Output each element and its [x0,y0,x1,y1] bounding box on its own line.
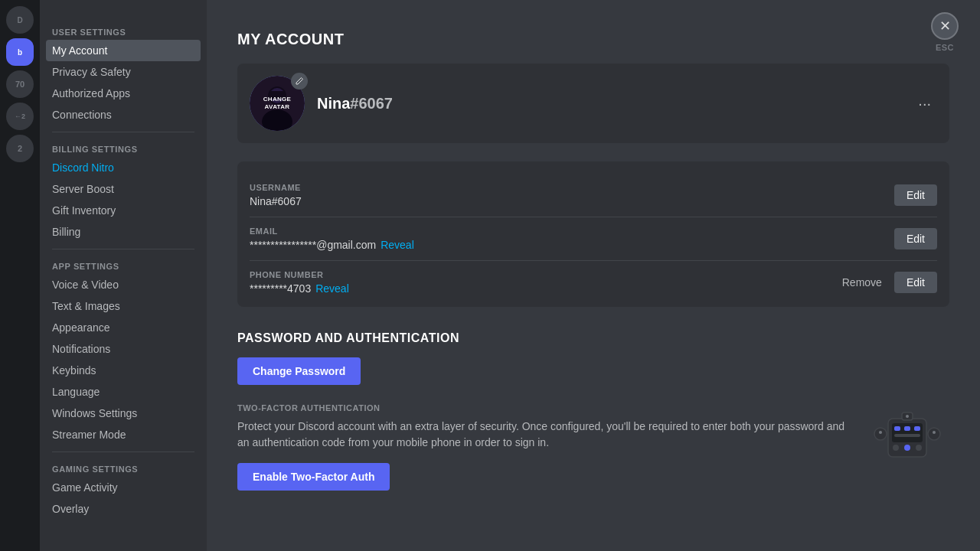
sidebar-item-label: Discord Nitro [52,161,114,174]
strip-item-4[interactable]: ←2 [6,103,34,130]
two-factor-illustration [865,403,949,465]
sidebar-item-label: Server Boost [52,183,114,195]
sidebar-item-my-account[interactable]: My Account [46,40,201,61]
edit-icon [295,77,304,86]
sidebar-item-windows-settings[interactable]: Windows Settings [46,403,201,424]
esc-label: ESC [936,43,954,52]
two-factor-text-block: TWO-FACTOR AUTHENTICATION Protect your D… [237,403,850,509]
sidebar-item-label: Appearance [52,321,110,334]
sidebar-item-server-boost[interactable]: Server Boost [46,178,201,200]
svg-point-7 [893,445,899,451]
phone-value: *********4703Reveal [250,282,349,295]
section-label-app: APP SETTINGS [46,256,201,274]
strip-item-5[interactable]: 2 [6,135,34,162]
svg-point-17 [933,431,936,434]
close-button[interactable]: ✕ [931,12,959,40]
phone-buttons: Remove Edit [836,272,937,293]
divider-1 [52,132,194,132]
svg-rect-10 [894,426,900,431]
username-label: USERNAME [250,183,302,192]
sidebar-item-streamer-mode[interactable]: Streamer Mode [46,424,201,445]
profile-more-button[interactable]: ··· [912,92,937,116]
email-masked: ****************@gmail.com [250,239,376,251]
sidebar-item-label: Streamer Mode [52,429,126,441]
phone-edit-button[interactable]: Edit [894,272,937,293]
phone-row: PHONE NUMBER *********4703Reveal Remove … [250,261,937,307]
sidebar-item-label: Authorized Apps [52,87,130,99]
sidebar-item-connections[interactable]: Connections [46,104,201,126]
phone-label: PHONE NUMBER [250,270,349,279]
svg-rect-11 [904,426,910,431]
enable-two-factor-button[interactable]: Enable Two-Factor Auth [237,463,390,491]
sidebar: USER SETTINGS My Account Privacy & Safet… [40,0,207,551]
sidebar-item-authorized-apps[interactable]: Authorized Apps [46,83,201,104]
section-label-gaming: GAMING SETTINGS [46,458,201,477]
sidebar-item-notifications[interactable]: Notifications [46,338,201,360]
sidebar-item-billing[interactable]: Billing [46,221,201,243]
sidebar-item-text-images[interactable]: Text & Images [46,295,201,317]
strip-item-3[interactable]: 70 [6,70,34,98]
sidebar-item-label: Privacy & Safety [52,66,131,78]
svg-point-19 [906,415,909,418]
avatar-edit-icon [291,73,308,90]
email-edit-button[interactable]: Edit [894,228,937,249]
username-field: USERNAME Nina#6067 [250,183,302,207]
email-field: EMAIL ****************@gmail.comReveal [250,227,414,251]
profile-username-display: Nina#6067 [317,95,900,112]
sidebar-item-appearance[interactable]: Appearance [46,317,201,338]
profile-card: CHANGEAVATAR Nina#6067 ··· [237,64,949,143]
sidebar-item-label: Connections [52,109,112,121]
sidebar-item-label: Game Activity [52,481,118,494]
sidebar-item-label: Language [52,386,100,398]
email-value: ****************@gmail.comReveal [250,239,414,251]
sidebar-item-gift-inventory[interactable]: Gift Inventory [46,200,201,221]
strip-item-1[interactable]: D [6,6,34,34]
section-label-user: USER SETTINGS [46,21,201,40]
close-button-wrapper[interactable]: ✕ ESC [931,12,959,52]
divider-2 [52,249,194,249]
sidebar-item-game-activity[interactable]: Game Activity [46,477,201,498]
sidebar-item-label: Keybinds [52,364,96,377]
password-section-title: PASSWORD AND AUTHENTICATION [237,331,949,345]
sidebar-item-label: Windows Settings [52,407,137,419]
change-password-button[interactable]: Change Password [237,357,361,385]
sidebar-item-privacy-safety[interactable]: Privacy & Safety [46,61,201,83]
username-edit-button[interactable]: Edit [894,184,937,206]
sidebar-item-label: Voice & Video [52,279,119,291]
two-factor-description: Protect your Discord account with an ext… [237,419,850,451]
two-factor-label: TWO-FACTOR AUTHENTICATION [237,403,850,412]
sidebar-item-keybinds[interactable]: Keybinds [46,360,201,381]
phone-remove-button[interactable]: Remove [836,272,888,293]
email-buttons: Edit [894,228,937,249]
phone-field: PHONE NUMBER *********4703Reveal [250,270,349,295]
phone-masked: *********4703 [250,282,311,295]
username-value: Nina#6067 [250,195,302,207]
phone-reveal-link[interactable]: Reveal [315,282,349,295]
svg-rect-13 [894,434,920,437]
email-reveal-link[interactable]: Reveal [381,239,414,251]
avatar-wrapper[interactable]: CHANGEAVATAR [250,76,305,131]
main-content: MY ACCOUNT CHANGEAVATAR [207,0,980,551]
sidebar-item-language[interactable]: Language [46,381,201,403]
strip-item-2[interactable]: b [6,38,34,66]
svg-rect-12 [914,426,920,431]
svg-point-9 [916,445,922,451]
email-row: EMAIL ****************@gmail.comReveal E… [250,217,937,261]
sidebar-item-label: Overlay [52,503,89,515]
page-title: MY ACCOUNT [237,31,949,48]
sidebar-item-label: Gift Inventory [52,204,116,217]
email-label: EMAIL [250,227,414,236]
sidebar-item-voice-video[interactable]: Voice & Video [46,274,201,295]
left-strip: D b 70 ←2 2 [0,0,40,551]
svg-rect-6 [892,423,923,442]
sidebar-item-discord-nitro[interactable]: Discord Nitro [46,157,201,178]
sidebar-item-label: My Account [52,44,107,57]
info-card: USERNAME Nina#6067 Edit EMAIL **********… [237,161,949,307]
sidebar-item-label: Notifications [52,343,110,355]
divider-3 [52,452,194,452]
password-section: PASSWORD AND AUTHENTICATION Change Passw… [237,331,949,509]
svg-point-15 [879,431,882,434]
discriminator-text: #6067 [350,95,393,112]
sidebar-item-overlay[interactable]: Overlay [46,498,201,520]
svg-point-8 [904,445,910,451]
